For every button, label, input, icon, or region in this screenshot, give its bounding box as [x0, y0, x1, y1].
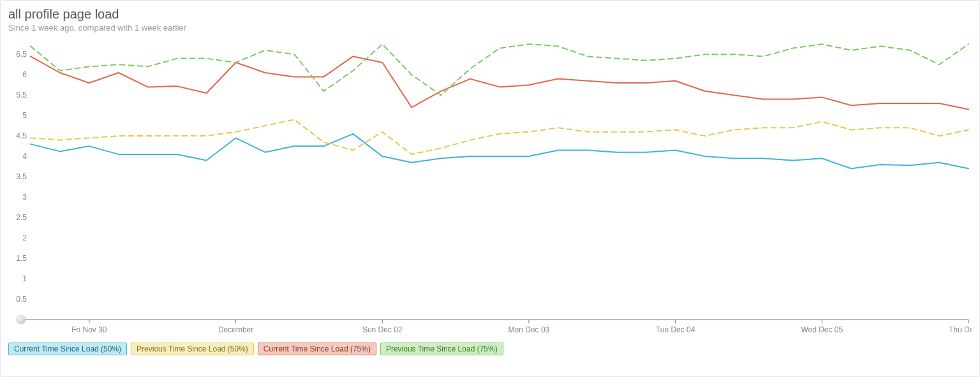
- svg-text:2.5: 2.5: [16, 213, 27, 222]
- y-tick: 4.5: [16, 131, 27, 140]
- time-slider-handle[interactable]: [17, 315, 26, 324]
- x-tick: Sun Dec 02: [362, 325, 403, 334]
- svg-text:Mon Dec 03: Mon Dec 03: [509, 325, 550, 334]
- svg-text:Thu Dec 06: Thu Dec 06: [949, 325, 972, 334]
- svg-text:3.5: 3.5: [16, 172, 27, 181]
- svg-text:Tue Dec 04: Tue Dec 04: [656, 325, 695, 334]
- svg-text:1: 1: [22, 274, 27, 283]
- svg-text:5: 5: [22, 111, 27, 120]
- chart-subtitle: Since 1 week ago, compared with 1 week e…: [8, 23, 972, 33]
- svg-text:Fri Nov 30: Fri Nov 30: [71, 325, 107, 334]
- y-tick: 3: [22, 193, 27, 202]
- y-tick: 1: [22, 274, 27, 283]
- svg-text:6: 6: [22, 70, 27, 79]
- svg-text:0.5: 0.5: [16, 295, 27, 304]
- chart-panel: all profile page load Since 1 week ago, …: [0, 0, 980, 377]
- y-tick: 1.5: [16, 254, 27, 263]
- x-tick: Mon Dec 03: [509, 325, 550, 334]
- svg-text:4.5: 4.5: [16, 131, 27, 140]
- x-tick: Fri Nov 30: [71, 325, 107, 334]
- y-tick: 4: [22, 152, 27, 161]
- x-tick: December: [218, 325, 253, 334]
- y-tick: 2: [22, 233, 27, 242]
- chart-title: all profile page load: [8, 7, 972, 22]
- y-tick: 2.5: [16, 213, 27, 222]
- chart-area[interactable]: 0.511.522.533.544.555.566.5Fri Nov 30Dec…: [8, 39, 972, 339]
- x-tick: Tue Dec 04: [656, 325, 695, 334]
- svg-text:3: 3: [22, 193, 27, 202]
- svg-text:Wed Dec 05: Wed Dec 05: [801, 325, 843, 334]
- x-tick: Wed Dec 05: [801, 325, 843, 334]
- series-current50: [31, 134, 969, 168]
- y-tick: 6: [22, 70, 27, 79]
- legend-item-current50[interactable]: Current Time Since Load (50%): [8, 343, 127, 355]
- svg-text:5.5: 5.5: [16, 91, 27, 100]
- svg-text:6.5: 6.5: [16, 50, 27, 59]
- legend-item-current75[interactable]: Current Time Since Load (75%): [258, 343, 376, 355]
- y-tick: 5: [22, 111, 27, 120]
- legend-item-previous50[interactable]: Previous Time Since Load (50%): [131, 343, 254, 355]
- x-tick: Thu Dec 06: [949, 325, 972, 334]
- svg-text:December: December: [218, 325, 253, 334]
- chart-legend: Current Time Since Load (50%)Previous Ti…: [8, 343, 972, 355]
- svg-text:Sun Dec 02: Sun Dec 02: [362, 325, 403, 334]
- svg-text:2: 2: [22, 233, 27, 242]
- svg-text:1.5: 1.5: [16, 254, 27, 263]
- svg-text:4: 4: [22, 152, 27, 161]
- y-tick: 3.5: [16, 172, 27, 181]
- y-tick: 5.5: [16, 91, 27, 100]
- legend-item-previous75[interactable]: Previous Time Since Load (75%): [380, 343, 503, 355]
- y-tick: 0.5: [16, 295, 27, 304]
- series-current75: [31, 56, 969, 109]
- line-chart-svg: 0.511.522.533.544.555.566.5Fri Nov 30Dec…: [8, 39, 972, 339]
- y-tick: 6.5: [16, 50, 27, 59]
- series-previous50: [31, 120, 969, 154]
